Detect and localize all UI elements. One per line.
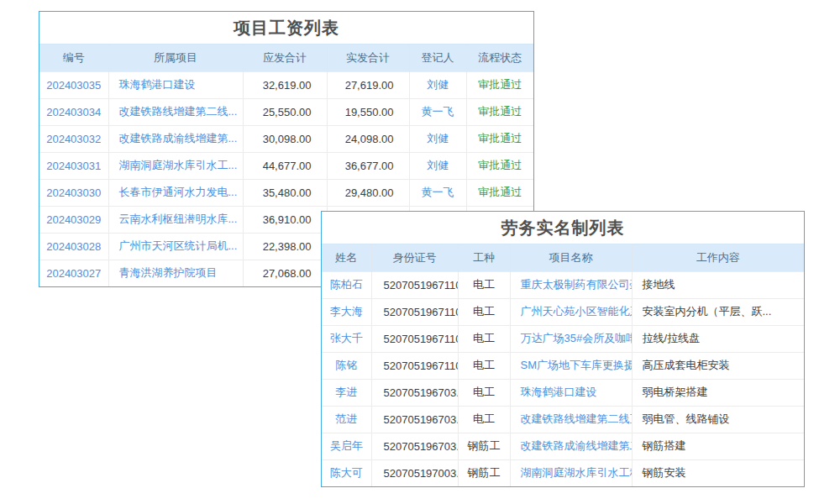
payroll-cell-net: 27,619.00	[327, 71, 409, 98]
payroll-col-status: 流程状态	[466, 45, 533, 71]
payroll-cell-project-link[interactable]: 长春市伊通河水力发电...	[108, 179, 243, 206]
payroll-cell-project-link[interactable]: 云南水利枢纽潜明水库...	[108, 206, 243, 233]
labor-row: 范进 520705196703... 电工 改建铁路线增建第二线直... 弱电管…	[322, 406, 804, 433]
labor-cell-job: 电工	[458, 298, 510, 325]
payroll-cell-status: 审批通过	[466, 71, 533, 98]
labor-cell-work: 高压成套电柜安装	[632, 352, 804, 379]
payroll-cell-id-link[interactable]: 202403035	[39, 71, 108, 98]
labor-cell-job: 电工	[458, 406, 510, 433]
payroll-row: 202403034 改建铁路线增建第二线... 25,550.00 19,550…	[39, 98, 533, 125]
payroll-col-net: 实发合计	[327, 45, 409, 71]
payroll-cell-status: 审批通过	[466, 152, 533, 179]
payroll-row: 202403030 长春市伊通河水力发电... 35,480.00 29,480…	[39, 179, 533, 206]
payroll-row: 202403035 珠海鹤港口建设 32,619.00 27,619.00 刘健…	[39, 71, 533, 98]
payroll-cell-id-link[interactable]: 202403031	[39, 152, 108, 179]
payroll-cell-gross: 27,068.00	[243, 260, 327, 286]
payroll-cell-id-link[interactable]: 202403027	[39, 260, 108, 286]
labor-cell-work: 安装室内分机（平层、跃...	[632, 298, 804, 325]
payroll-cell-id-link[interactable]: 202403028	[39, 233, 108, 260]
payroll-cell-registrant-link[interactable]: 刘健	[409, 125, 466, 152]
labor-cell-id-no: 5207051967110...	[371, 271, 458, 298]
labor-cell-work: 弱电管、线路铺设	[632, 406, 804, 433]
labor-cell-job: 电工	[458, 271, 510, 298]
labor-cell-name-link[interactable]: 李大海	[322, 298, 371, 325]
labor-header-row: 姓名 身份证号 工种 项目名称 工作内容	[322, 244, 804, 271]
labor-cell-project-link[interactable]: SM广场地下车库更换摄...	[510, 352, 632, 379]
payroll-cell-registrant-link[interactable]: 刘健	[409, 71, 466, 98]
labor-cell-job: 电工	[458, 325, 510, 352]
labor-cell-project-link[interactable]: 万达广场35#会所及咖啡...	[510, 325, 632, 352]
payroll-col-registrant: 登记人	[409, 45, 466, 71]
payroll-cell-registrant-link[interactable]: 黄一飞	[409, 179, 466, 206]
payroll-cell-project-link[interactable]: 珠海鹤港口建设	[108, 71, 243, 98]
labor-cell-project-link[interactable]: 湖南洞庭湖水库引水工程...	[510, 459, 632, 486]
payroll-col-gross: 应发合计	[243, 45, 327, 71]
labor-cell-name-link[interactable]: 陈大可	[322, 459, 371, 486]
labor-cell-name-link[interactable]: 陈铭	[322, 352, 371, 379]
payroll-cell-registrant-link[interactable]: 刘健	[409, 152, 466, 179]
payroll-cell-gross: 36,910.00	[243, 206, 327, 233]
labor-cell-work: 钢筋搭建	[632, 433, 804, 459]
labor-col-job: 工种	[458, 244, 510, 271]
labor-cell-id-no: 520705196703...	[371, 433, 458, 459]
payroll-cell-gross: 44,677.00	[243, 152, 327, 179]
labor-row: 陈铭 5207051967110... 电工 SM广场地下车库更换摄... 高压…	[322, 352, 804, 379]
payroll-cell-net: 36,677.00	[327, 152, 409, 179]
payroll-cell-registrant-link[interactable]: 黄一飞	[409, 98, 466, 125]
payroll-cell-gross: 25,550.00	[243, 98, 327, 125]
labor-row: 李大海 5207051967110... 电工 广州天心苑小区智能化系... 安…	[322, 298, 804, 325]
labor-row: 陈柏石 5207051967110... 电工 重庆太极制药有限公司毫... 接…	[322, 271, 804, 298]
labor-cell-project-link[interactable]: 重庆太极制药有限公司毫...	[510, 271, 632, 298]
payroll-row: 202403032 改建铁路成渝线增建第... 30,098.00 24,098…	[39, 125, 533, 152]
payroll-panel-title: 项目工资列表	[39, 12, 533, 45]
payroll-cell-net: 19,550.00	[327, 98, 409, 125]
labor-cell-id-no: 5207051967110...	[371, 298, 458, 325]
payroll-cell-project-link[interactable]: 青海洪湖养护院项目	[108, 260, 243, 286]
labor-cell-id-no: 520705196703...	[371, 406, 458, 433]
payroll-cell-id-link[interactable]: 202403032	[39, 125, 108, 152]
labor-cell-project-link[interactable]: 改建铁路线增建第二线直...	[510, 406, 632, 433]
payroll-cell-id-link[interactable]: 202403030	[39, 179, 108, 206]
payroll-col-project: 所属项目	[108, 45, 243, 71]
labor-cell-project-link[interactable]: 改建铁路成渝线增建第二...	[510, 433, 632, 459]
labor-cell-id-no: 520705197003...	[371, 459, 458, 486]
payroll-header-row: 编号 所属项目 应发合计 实发合计 登记人 流程状态	[39, 45, 533, 71]
labor-col-project: 项目名称	[510, 244, 632, 271]
labor-cell-job: 电工	[458, 352, 510, 379]
payroll-cell-gross: 22,398.00	[243, 233, 327, 260]
payroll-cell-id-link[interactable]: 202403029	[39, 206, 108, 233]
labor-cell-work: 钢筋安装	[632, 459, 804, 486]
labor-cell-project-link[interactable]: 珠海鹤港口建设	[510, 379, 632, 406]
labor-cell-job: 钢筋工	[458, 459, 510, 486]
labor-col-id-no: 身份证号	[371, 244, 458, 271]
labor-row: 吴启年 520705196703... 钢筋工 改建铁路成渝线增建第二... 钢…	[322, 433, 804, 459]
payroll-col-id: 编号	[39, 45, 108, 71]
labor-row: 张大千 5207051967110... 电工 万达广场35#会所及咖啡... …	[322, 325, 804, 352]
labor-col-work: 工作内容	[632, 244, 804, 271]
labor-cell-name-link[interactable]: 张大千	[322, 325, 371, 352]
payroll-cell-status: 审批通过	[466, 179, 533, 206]
labor-cell-project-link[interactable]: 广州天心苑小区智能化系...	[510, 298, 632, 325]
payroll-cell-project-link[interactable]: 改建铁路线增建第二线...	[108, 98, 243, 125]
payroll-cell-id-link[interactable]: 202403034	[39, 98, 108, 125]
labor-cell-name-link[interactable]: 吴启年	[322, 433, 371, 459]
labor-cell-name-link[interactable]: 陈柏石	[322, 271, 371, 298]
payroll-cell-project-link[interactable]: 改建铁路成渝线增建第...	[108, 125, 243, 152]
labor-col-name: 姓名	[322, 244, 371, 271]
labor-cell-id-no: 520705196703...	[371, 379, 458, 406]
labor-cell-id-no: 5207051967110...	[371, 325, 458, 352]
labor-panel: 劳务实名制列表 姓名 身份证号 工种 项目名称 工作内容 陈柏石 5207051…	[321, 211, 805, 487]
labor-cell-id-no: 5207051967110...	[371, 352, 458, 379]
payroll-cell-net: 24,098.00	[327, 125, 409, 152]
payroll-cell-gross: 32,619.00	[243, 71, 327, 98]
labor-cell-name-link[interactable]: 李进	[322, 379, 371, 406]
payroll-cell-net: 29,480.00	[327, 179, 409, 206]
payroll-cell-status: 审批通过	[466, 98, 533, 125]
labor-row: 李进 520705196703... 电工 珠海鹤港口建设 弱电桥架搭建	[322, 379, 804, 406]
payroll-cell-gross: 35,480.00	[243, 179, 327, 206]
payroll-cell-project-link[interactable]: 湖南洞庭湖水库引水工...	[108, 152, 243, 179]
labor-panel-title: 劳务实名制列表	[322, 212, 804, 244]
labor-cell-name-link[interactable]: 范进	[322, 406, 371, 433]
payroll-cell-project-link[interactable]: 广州市天河区统计局机...	[108, 233, 243, 260]
labor-table: 姓名 身份证号 工种 项目名称 工作内容 陈柏石 5207051967110..…	[322, 244, 804, 486]
